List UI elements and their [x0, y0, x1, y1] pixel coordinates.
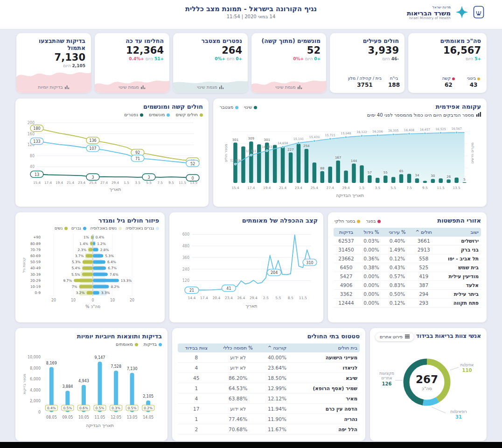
row-name: הלל יפה — [293, 424, 360, 434]
svg-text:16,567: 16,567 — [451, 127, 461, 131]
table-row[interactable]: פתח תקווה2930.12%0.00%12444 — [334, 299, 481, 308]
legend-item[interactable]: בסגר חלקי — [335, 218, 360, 224]
table-row[interactable]: בית שמש5250.43%0.38%6450 — [334, 263, 481, 272]
column-header[interactable]: % גידול — [359, 228, 384, 237]
legend-item[interactable]: בדיקות — [144, 342, 162, 347]
row-value: 40.00% — [261, 352, 293, 363]
row-value: 0.40% — [384, 237, 411, 245]
panel-title: עקומה אפידמית — [219, 103, 481, 110]
table-row[interactable]: הדסה עין כרם11.94%לא ידוע17 — [178, 404, 360, 414]
svg-text:133: 133 — [33, 140, 40, 144]
column-header[interactable]: % תפוסה כללי — [215, 343, 261, 352]
logo-english-line: Israel Ministry of Health — [407, 16, 451, 20]
column-header[interactable]: חולים ^ — [411, 228, 437, 237]
column-header[interactable]: בדיקות — [334, 228, 359, 237]
legend-item[interactable]: מאומתים — [116, 342, 138, 347]
svg-text:מקרים חדשים: מקרים חדשים — [470, 143, 474, 164]
chart-legend: גברים באוכלוסיהנשים באוכלוסיהגבריםנשים — [21, 226, 159, 231]
svg-text:2.3%: 2.3% — [78, 248, 87, 252]
svg-text:23.4: 23.4 — [225, 296, 233, 300]
table-row[interactable]: מעייני הישועה40.00%לא ידוע8 — [178, 352, 360, 363]
svg-text:4,000: 4,000 — [30, 388, 41, 392]
svg-text:09.05: 09.05 — [62, 415, 73, 420]
table-row[interactable]: אלעד3870.83%0.00%4906 — [334, 281, 481, 290]
legend-item[interactable]: מצטבר — [220, 105, 238, 110]
kpi-delta: +0 היום +0% — [179, 56, 242, 61]
legend-item[interactable]: נשים — [55, 226, 68, 231]
kpi-trend-label: מגמת שינוי — [173, 84, 248, 90]
table-row[interactable]: מודיעין עילית4190.57%0.00%5427 — [334, 272, 481, 281]
table-row[interactable]: תל אביב - יפו5580.12%0.36%23662 — [334, 254, 481, 263]
row-value: 17 — [178, 404, 215, 414]
svg-text:4,943: 4,943 — [78, 379, 89, 383]
column-header[interactable]: ישוב — [437, 228, 481, 237]
kpi-breakdown-item: בינוני43 — [467, 76, 480, 88]
row-value: 11.94% — [261, 404, 293, 414]
column-header[interactable]: % עירוני — [384, 228, 411, 237]
kpi-card: מונשמים (מתוך קשה)52+0 היום +0%מגמת שינו… — [251, 33, 326, 93]
svg-text:26.4: 26.4 — [237, 296, 245, 300]
kpi-card: החלימו עד כה12,364+51 היום +0.4%מגמת שינ… — [95, 33, 169, 93]
legend-item[interactable]: נשים באוכלוסיה — [90, 226, 122, 231]
svg-text:26: 26 — [446, 175, 451, 179]
legend-item[interactable]: מונשמים — [149, 112, 170, 117]
row-value: 62537 — [334, 237, 359, 245]
table-row[interactable]: שיבא18.50%86.20%45 — [178, 373, 360, 383]
svg-text:126: 126 — [382, 381, 392, 386]
column-header[interactable]: בית חולים — [293, 343, 360, 352]
kpi-breakdown: בינוני43קשה62 — [442, 76, 480, 88]
kpi-value: 16,567 — [414, 45, 481, 56]
svg-text:תאריך: תאריך — [109, 187, 121, 192]
svg-text:5.4%: 5.4% — [72, 266, 81, 270]
svg-text:27.4: 27.4 — [100, 181, 108, 185]
table-row[interactable]: נהריה11.90%77.46%1 — [178, 414, 360, 424]
table-row[interactable]: הלל יפה11.67%70.68%2 — [178, 424, 360, 434]
table-row[interactable]: לניאדו23.64%לא ידוע4 — [178, 363, 360, 373]
column-header[interactable]: קורונה ^ — [261, 343, 293, 352]
svg-text:107: 107 — [89, 147, 96, 151]
row-name: שמיר (אסף הרופא) — [293, 383, 360, 393]
chart-legend: חולים קשיםמונשמיםנפטרים — [21, 112, 203, 117]
legend-item[interactable]: שינוי — [244, 105, 257, 110]
legend-item[interactable]: נפטרים — [124, 112, 143, 117]
svg-text:3: 3 — [147, 175, 150, 180]
svg-text:0: 0 — [91, 298, 94, 302]
svg-text:120: 120 — [182, 279, 189, 283]
staff-quarantine-donut: 267סה"כאחים/ות110רופאים/ות31מקצועותאחרים… — [376, 339, 481, 423]
legend-item[interactable]: גברים — [71, 226, 86, 231]
row-value: 0.00% — [359, 299, 384, 308]
table-row[interactable]: ביתר עילית2940.50%0.00%3362 — [334, 290, 481, 299]
svg-text:5.5%: 5.5% — [71, 273, 80, 277]
others-detail-button[interactable]: פירוט אחרים — [376, 333, 414, 341]
svg-text:227: 227 — [287, 148, 293, 152]
svg-text:80: 80 — [30, 154, 35, 158]
panel-doubling-rate: קצב ההכפלה של מאומתים 120240360480600214… — [169, 212, 323, 322]
table-row[interactable]: מאיר12.12%63.88%4 — [178, 393, 360, 404]
legend-item[interactable]: חולים קשים — [175, 112, 203, 117]
panel-title: חולים קשה ומונשמים — [21, 103, 203, 110]
panel-epidemic-curve: עקומה אפידמית שינוימצטבר מספר הנדבקים הי… — [213, 98, 487, 207]
legend-item[interactable]: גברים באוכלוסיה — [126, 226, 159, 231]
svg-text:0: 0 — [38, 410, 41, 414]
row-name: ירושלים — [437, 237, 481, 245]
svg-text:30-39: 30-39 — [30, 273, 41, 277]
kpi-value: 7,130 — [22, 52, 85, 63]
table-row[interactable]: שמיר (אסף הרופא)12.99%64.53%1 — [178, 383, 360, 393]
svg-text:15,439: 15,439 — [309, 135, 320, 139]
svg-text:0.4%: 0.4% — [96, 235, 105, 239]
svg-text:14,143: 14,143 — [262, 145, 272, 149]
column-header[interactable]: צוות בבידוד — [178, 343, 215, 352]
svg-text:15,948: 15,948 — [341, 132, 351, 135]
svg-text:10,000: 10,000 — [28, 355, 41, 359]
table-row[interactable]: בני ברק29131.49%0.00%31450 — [334, 245, 481, 254]
severe-ventilated-chart: 408012016020015.417.419.421.423.425.427.… — [21, 117, 203, 195]
svg-text:5.5: 5.5 — [146, 181, 152, 185]
kpi-trend-label: מגמת שינוי — [251, 84, 326, 90]
legend-item[interactable]: בסגר — [366, 218, 381, 224]
svg-text:180: 180 — [33, 126, 40, 131]
israel-emblem-icon — [473, 6, 484, 21]
svg-text:10: 10 — [110, 298, 115, 302]
table-row[interactable]: ירושלים36610.40%0.03%62537 — [334, 237, 481, 245]
row-value: 0.38% — [359, 263, 384, 272]
row-value: 0.00% — [359, 245, 384, 254]
